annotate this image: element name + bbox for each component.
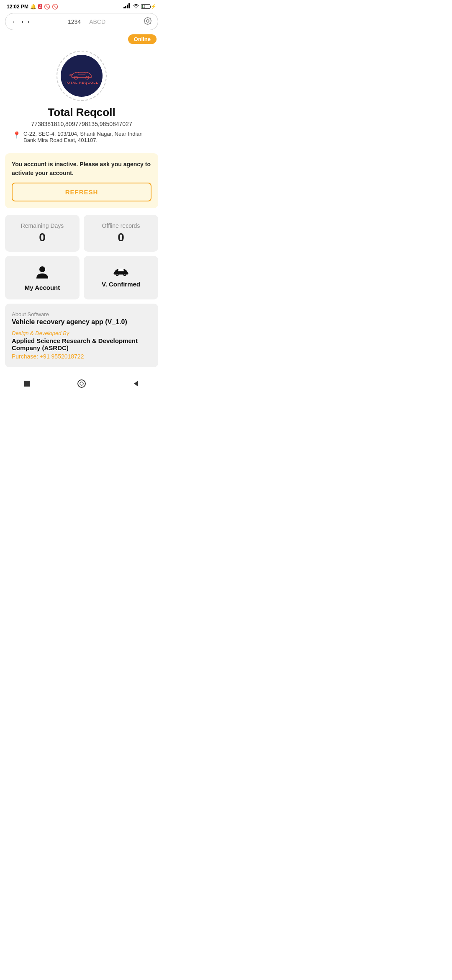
wifi-icon: [133, 3, 139, 10]
nav-square-button[interactable]: [21, 377, 33, 390]
status-bar: 12:02 PM 🔔 Z 🚫 🚫 15: [0, 0, 163, 11]
svg-rect-14: [24, 381, 30, 387]
about-dev-name: Applied Science Research & Development C…: [12, 337, 152, 351]
svg-point-16: [80, 382, 83, 385]
svg-point-12: [117, 274, 118, 275]
company-phone: 7738381810,8097798135,9850847027: [31, 121, 132, 127]
logo-text: TOTAL REQCOLL: [65, 81, 98, 85]
browser-url-left: 1234: [68, 18, 81, 25]
about-dev-label: Design & Developed By: [12, 330, 152, 336]
browser-url-right: ABCD: [89, 18, 105, 25]
svg-point-4: [146, 20, 149, 22]
svg-marker-17: [134, 381, 138, 387]
svg-point-13: [124, 274, 126, 275]
status-right: 15 ⚡: [123, 3, 157, 10]
signal-icon: [123, 3, 131, 10]
warning-message: You account is inactive. Please ask you …: [12, 160, 152, 178]
alarm-icon: 🔔: [30, 4, 36, 10]
browser-forward-icon[interactable]: ⟷: [21, 18, 30, 25]
remaining-days-label: Remaining Days: [11, 222, 74, 229]
offline-records-card: Offline records 0: [84, 215, 158, 252]
location-icon: 📍: [13, 131, 21, 139]
car-logo-icon: [69, 67, 94, 80]
bottom-nav: [0, 371, 163, 396]
about-section-title: About Software: [12, 311, 152, 317]
online-badge-wrap: Online: [0, 32, 163, 46]
my-account-button[interactable]: My Account: [5, 256, 80, 299]
my-account-label: My Account: [25, 284, 60, 291]
svg-rect-2: [127, 5, 128, 8]
nav-back-button[interactable]: [130, 377, 142, 390]
remaining-days-card: Remaining Days 0: [5, 215, 80, 252]
svg-rect-1: [125, 6, 126, 8]
online-badge: Online: [128, 34, 157, 44]
person-icon: [35, 264, 50, 281]
logo-inner-circle: TOTAL REQCOLL: [61, 55, 103, 97]
svg-rect-3: [128, 3, 130, 8]
about-purchase: Purchase: +91 9552018722: [12, 353, 152, 360]
svg-point-15: [78, 380, 85, 387]
company-name: Total Reqcoll: [48, 106, 115, 119]
zomato-icon: Z: [38, 4, 42, 9]
block2-icon: 🚫: [52, 4, 58, 10]
status-time: 12:02 PM: [7, 4, 28, 10]
logo-section: TOTAL REQCOLL Total Reqcoll 7738381810,8…: [0, 46, 163, 147]
browser-settings-icon[interactable]: [144, 17, 152, 26]
car-icon: [113, 264, 129, 277]
address-text: C-22, SEC-4, 103/104, Shanti Nagar, Near…: [23, 131, 151, 143]
company-address: 📍 C-22, SEC-4, 103/104, Shanti Nagar, Ne…: [0, 131, 163, 143]
refresh-button[interactable]: REFRESH: [12, 183, 152, 201]
v-confirmed-label: V. Confirmed: [102, 281, 140, 288]
about-section: About Software Vehicle recovery agency a…: [5, 304, 158, 367]
block-icon: 🚫: [44, 4, 50, 10]
warning-card: You account is inactive. Please ask you …: [5, 153, 158, 208]
about-app-name: Vehicle recovery agency app (V_1.0): [12, 318, 152, 326]
browser-back-icon[interactable]: ←: [11, 18, 18, 26]
stats-grid: Remaining Days 0 Offline records 0: [5, 215, 158, 252]
logo-outer-circle: TOTAL REQCOLL: [56, 51, 107, 101]
action-grid: My Account V. Confirmed: [5, 256, 158, 299]
remaining-days-value: 0: [11, 231, 74, 244]
svg-rect-0: [123, 7, 125, 8]
v-confirmed-button[interactable]: V. Confirmed: [84, 256, 158, 299]
offline-records-value: 0: [90, 231, 152, 244]
browser-bar: ← ⟷ 1234 ABCD: [5, 13, 158, 30]
nav-home-button[interactable]: [75, 377, 88, 390]
svg-point-9: [39, 266, 45, 272]
battery-icon: 15 ⚡: [141, 4, 157, 9]
offline-records-label: Offline records: [90, 222, 152, 229]
